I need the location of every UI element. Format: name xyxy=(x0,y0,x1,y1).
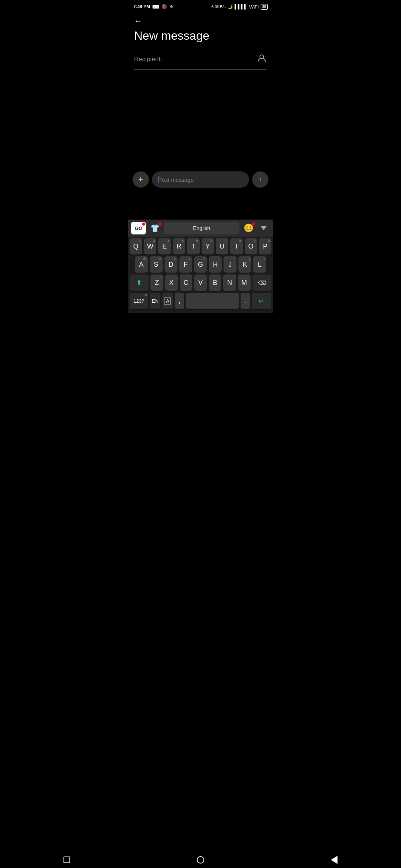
key-g[interactable]: *G xyxy=(194,256,207,273)
back-button[interactable]: ← xyxy=(134,16,147,26)
shift-key[interactable]: ⬆ xyxy=(130,274,149,291)
plus-icon: + xyxy=(138,175,143,184)
phone-icon: 📵 xyxy=(162,4,167,9)
key-f[interactable]: &F xyxy=(179,256,192,273)
status-right: 6.0KB/s 🌙 ▌▌▌▌ WiFi 39 xyxy=(211,4,268,10)
key-b[interactable]: B xyxy=(209,274,221,291)
language-key[interactable]: EN xyxy=(150,293,160,309)
app-content: ← New message Recipient: xyxy=(128,16,273,70)
comma-key[interactable]: , xyxy=(175,293,184,309)
delete-key[interactable]: ⌫ xyxy=(252,274,271,291)
language-selector[interactable]: English xyxy=(164,222,239,234)
key-i[interactable]: 8I xyxy=(230,238,243,254)
key-r[interactable]: 4R xyxy=(173,238,185,254)
key-row-2: @A #S $D &F *G -H +J (K )L xyxy=(130,256,271,273)
add-attachment-button[interactable]: + xyxy=(133,171,149,188)
key-p[interactable]: 0P xyxy=(259,238,271,254)
shirt-icon: 👕 xyxy=(150,224,160,233)
enter-key[interactable]: ↵ xyxy=(252,293,271,309)
status-left: 7:49 PM ⌨ 📵 ⚠ xyxy=(133,4,173,10)
key-row-3: ⬆ !Z X C V B N M ⌫ xyxy=(130,274,271,291)
delete-icon: ⌫ xyxy=(258,280,266,286)
key-x[interactable]: X xyxy=(165,274,178,291)
space-key[interactable] xyxy=(186,293,239,309)
key-n[interactable]: N xyxy=(223,274,236,291)
key-y[interactable]: 6Y xyxy=(202,238,214,254)
text-placeholder: Text message xyxy=(159,177,194,183)
autocorrect-key[interactable]: A xyxy=(162,293,173,309)
key-q[interactable]: 1Q xyxy=(130,238,142,254)
keyboard-toolbar: GO 👕 English 😊 xyxy=(128,220,273,237)
moon-icon: 🌙 xyxy=(228,4,233,9)
emoji-icon: 😊 xyxy=(244,223,254,233)
key-k[interactable]: (K xyxy=(238,256,251,273)
key-l[interactable]: )L xyxy=(253,256,266,273)
key-s[interactable]: #S xyxy=(150,256,163,273)
message-input-row: + Text message ↑ xyxy=(128,168,273,191)
text-message-input[interactable]: Text message xyxy=(152,171,249,188)
emoji-button[interactable]: 😊 xyxy=(241,222,256,234)
key-t[interactable]: 5T xyxy=(187,238,200,254)
enter-icon: ↵ xyxy=(258,296,265,305)
go-keyboard-button[interactable]: GO xyxy=(131,222,146,234)
signal-icon: ▌▌▌▌ xyxy=(235,4,247,9)
recipient-row: Recipient: xyxy=(134,53,267,70)
dropdown-arrow-icon xyxy=(261,226,267,230)
go-notification-dot xyxy=(142,223,145,226)
battery-indicator: 39 xyxy=(261,4,268,10)
page-title: New message xyxy=(134,29,267,43)
contact-icon[interactable] xyxy=(257,53,267,66)
key-w[interactable]: 2W xyxy=(144,238,157,254)
time: 7:49 PM xyxy=(133,4,150,9)
shift-icon: ⬆ xyxy=(136,279,142,286)
key-m[interactable]: M xyxy=(238,274,251,291)
text-cursor xyxy=(158,176,159,183)
theme-button[interactable]: 👕 xyxy=(147,222,162,234)
key-a[interactable]: @A xyxy=(135,256,148,273)
key-rows: 1Q 2W 3E 4R 5T 6Y 7U 8I 9O 0P @A #S $D &… xyxy=(128,237,273,312)
theme-notification-dot xyxy=(159,223,162,226)
keyboard: GO 👕 English 😊 1Q 2W 3E 4R 5T 6Y xyxy=(128,220,273,313)
key-e[interactable]: 3E xyxy=(158,238,171,254)
key-row-1: 1Q 2W 3E 4R 5T 6Y 7U 8I 9O 0P xyxy=(130,238,271,254)
language-label: English xyxy=(193,225,210,231)
key-h[interactable]: -H xyxy=(209,256,222,273)
status-bar: 7:49 PM ⌨ 📵 ⚠ 6.0KB/s 🌙 ▌▌▌▌ WiFi 39 xyxy=(128,0,273,12)
key-j[interactable]: +J xyxy=(224,256,237,273)
warning-icon: ⚠ xyxy=(169,4,173,9)
keyboard-collapse-button[interactable] xyxy=(257,222,270,234)
period-key[interactable]: . xyxy=(241,293,250,309)
keyboard-icon: ⌨ xyxy=(152,4,159,10)
send-icon: ↑ xyxy=(259,176,262,184)
numbers-key[interactable]: ⚙ 123? xyxy=(130,293,148,309)
key-v[interactable]: V xyxy=(194,274,207,291)
network-speed: 6.0KB/s xyxy=(211,4,226,9)
emoji-notification-dot xyxy=(252,223,255,226)
key-o[interactable]: 9O xyxy=(245,238,257,254)
wifi-icon: WiFi xyxy=(249,4,259,10)
send-button[interactable]: ↑ xyxy=(252,171,268,188)
recipient-label[interactable]: Recipient: xyxy=(134,56,257,63)
key-row-4: ⚙ 123? EN A , . ↵ xyxy=(130,293,271,309)
key-u[interactable]: 7U xyxy=(216,238,228,254)
key-c[interactable]: C xyxy=(180,274,192,291)
key-d[interactable]: $D xyxy=(164,256,177,273)
key-z[interactable]: !Z xyxy=(150,274,163,291)
